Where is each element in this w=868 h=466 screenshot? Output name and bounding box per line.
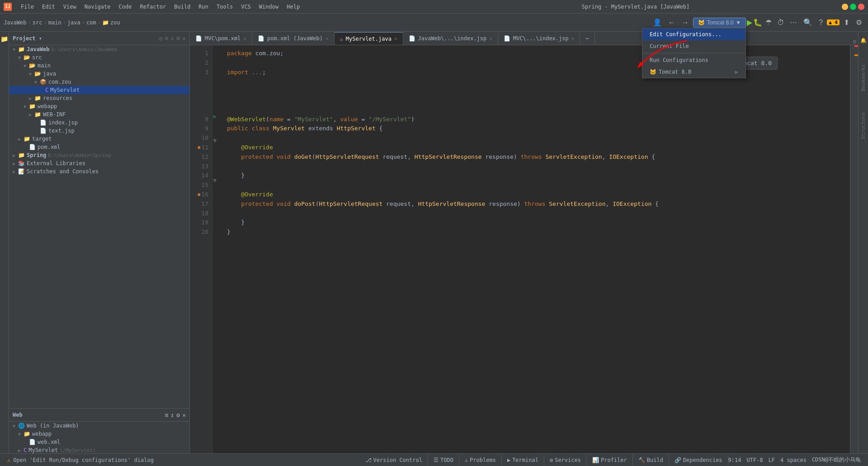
menu-view[interactable]: View — [60, 3, 80, 11]
bookmarks-sidebar-icon[interactable]: Bookmarks — [859, 61, 867, 95]
menu-refactor[interactable]: Refactor — [136, 3, 170, 11]
profile-button[interactable]: 👤 — [651, 17, 664, 28]
code-editor[interactable]: package com.zou; import ...; @WebServlet… — [222, 45, 850, 454]
run-config-selector[interactable]: 🐱 Tomcat 8.0 ▼ — [693, 18, 746, 28]
dropdown-item-tomcat[interactable]: 🐱 Tomcat 8.0 ▶ — [642, 66, 745, 78]
tree-label: index.jsp — [48, 119, 78, 126]
tab-close-icon4[interactable]: ✕ — [489, 36, 492, 42]
menu-window[interactable]: Window — [255, 3, 282, 11]
help-button[interactable]: ? — [816, 17, 825, 28]
tab-more[interactable]: ⋯ — [580, 32, 594, 45]
bottom-tab-todo[interactable]: ☰ TODO — [428, 454, 459, 466]
tab-pom-javaweb[interactable]: 📄 pom.xml (JavaWeb) ✕ — [252, 32, 334, 45]
breadcrumb-project[interactable]: JavaWeb — [4, 19, 27, 26]
breadcrumb-java[interactable]: java — [67, 19, 80, 26]
run-button[interactable]: ▶ — [747, 18, 752, 27]
forward-button[interactable]: → — [679, 17, 691, 28]
tab-close-icon2[interactable]: ✕ — [326, 36, 329, 42]
tree-item-src[interactable]: ▼ 📂 src — [9, 53, 189, 62]
tree-item-text-jsp[interactable]: 📄 text.jsp — [9, 127, 189, 135]
bottom-tab-terminal[interactable]: ▶ Terminal — [502, 454, 544, 466]
tree-item-webinf[interactable]: ▶ 📁 WEB-INF — [9, 110, 189, 119]
web-tree-sort-icon[interactable]: ↕ — [171, 412, 175, 418]
menu-file[interactable]: File — [17, 3, 38, 11]
tree-item-resources[interactable]: ▶ 📁 resources — [9, 94, 189, 102]
dropdown-item-edit-configs[interactable]: Edit Configurations... — [642, 29, 745, 40]
bottom-tab-profiler[interactable]: 📊 Profiler — [587, 454, 633, 466]
coverage-button[interactable]: ☂ — [763, 17, 774, 28]
more-run-button[interactable]: ⋯ — [788, 17, 799, 28]
menu-code[interactable]: Code — [115, 3, 136, 11]
tree-item-java[interactable]: ▼ 📂 java — [9, 70, 189, 78]
tree-item-scratches[interactable]: ▶ 📝 Scratches and Consoles — [9, 167, 189, 176]
menu-vcs[interactable]: VCS — [237, 3, 255, 11]
tree-locate-icon[interactable]: ◎ — [159, 35, 163, 42]
debug-button[interactable]: 🐛 — [753, 18, 762, 27]
dropdown-item-run-configs[interactable]: Run Configurations — [642, 54, 745, 66]
expand-button[interactable]: ⬆ — [841, 17, 852, 28]
problems-icon: ⚠ — [465, 457, 468, 463]
tree-item-index-jsp[interactable]: 📄 index.jsp — [9, 119, 189, 127]
notifications-icon[interactable]: 🔔 — [859, 34, 868, 47]
tree-label: target — [32, 136, 52, 142]
tree-settings-icon[interactable]: ⚙ — [176, 35, 180, 42]
breadcrumb-com[interactable]: com — [86, 19, 96, 26]
breadcrumb-main[interactable]: main — [48, 19, 61, 26]
tree-title: Project ▾ — [13, 35, 159, 42]
tree-item-main[interactable]: ▼ 📂 main — [9, 62, 189, 70]
tab-close-icon[interactable]: ✕ — [243, 36, 246, 42]
tree-item-myservlet[interactable]: C MyServlet — [9, 86, 189, 94]
editor-settings-icon[interactable]: ⚙ — [853, 38, 856, 45]
tree-path: D:\Users\Admin\JavaWeb — [52, 47, 118, 52]
menu-build[interactable]: Build — [170, 3, 194, 11]
profile-run-button[interactable]: ⏱ — [775, 17, 787, 28]
todo-icon: ☰ — [434, 457, 439, 463]
menu-help[interactable]: Help — [283, 3, 303, 11]
bottom-tab-dependencies[interactable]: 🔗 Dependencies — [669, 454, 728, 466]
tree-item-spring[interactable]: ▶ 📁 Spring D:\Users\Admin\Spring — [9, 151, 189, 159]
menu-tools[interactable]: Tools — [213, 3, 236, 11]
tree-collapse-icon[interactable]: ≡ — [165, 35, 169, 42]
web-tree-item-webxml[interactable]: 📄 web.xml — [9, 438, 189, 446]
tab-close-icon3[interactable]: ✕ — [394, 36, 397, 42]
tree-sort-icon[interactable]: ↕ — [171, 35, 175, 42]
xml-tab-icon: 📄 — [195, 35, 202, 42]
tab-myservlet[interactable]: ☕ MyServlet.java ✕ — [335, 32, 403, 45]
tree-item-target[interactable]: ▶ 📁 target — [9, 135, 189, 143]
breadcrumb-zou[interactable]: zou — [110, 19, 120, 26]
menu-run[interactable]: Run — [195, 3, 212, 11]
tree-item-com-zou[interactable]: ▼ 📦 com.zou — [9, 78, 189, 86]
bottom-tab-problems[interactable]: ⚠ Problems — [459, 454, 502, 466]
back-button[interactable]: ← — [666, 17, 678, 28]
tab-mvc-pom[interactable]: 📄 MVC\pom.xml ✕ — [190, 32, 252, 45]
settings-toolbar-button[interactable]: ⚙ — [854, 17, 864, 28]
tree-item-webapp[interactable]: ▼ 📁 webapp — [9, 102, 189, 110]
web-tree-close-icon[interactable]: ✕ — [182, 412, 186, 418]
tree-item-javaweb[interactable]: ▼ 📁 JavaWeb D:\Users\Admin\JavaWeb — [9, 45, 189, 53]
structure-sidebar-icon[interactable]: Structure — [859, 109, 867, 143]
tab-index-jsp[interactable]: 📄 JavaWeb\...\index.jsp ✕ — [403, 32, 498, 45]
menu-navigate[interactable]: Navigate — [81, 3, 114, 11]
maximize-button[interactable] — [850, 4, 856, 10]
tree-label: java — [43, 71, 56, 77]
tree-item-pom-xml[interactable]: 📄 pom.xml — [9, 143, 189, 151]
bottom-tab-version-control[interactable]: ⎇ Version Control — [360, 454, 428, 466]
bottom-tab-build[interactable]: 🔨 Build — [633, 454, 669, 466]
dropdown-item-current-file[interactable]: Current File — [642, 40, 745, 52]
tab-close-icon5[interactable]: ✕ — [571, 36, 575, 42]
web-tree-item-root[interactable]: ▼ 🌐 Web (in JavaWeb) — [9, 422, 189, 430]
tree-close-icon[interactable]: ✕ — [182, 35, 186, 42]
web-tree-collapse-icon[interactable]: ≡ — [165, 412, 169, 418]
tab-mvc-index[interactable]: 📄 MVC\...\index.jsp ✕ — [498, 32, 580, 45]
minimize-button[interactable] — [842, 4, 848, 10]
profiler-icon: 📊 — [592, 457, 599, 463]
web-tree-settings-icon[interactable]: ⚙ — [176, 412, 180, 418]
close-button[interactable] — [858, 4, 864, 10]
web-tree-item-webapp[interactable]: ▼ 📁 webapp — [9, 430, 189, 438]
bottom-tab-services[interactable]: ⚙ Services — [544, 454, 587, 466]
project-sidebar-icon[interactable]: 📁 — [0, 35, 8, 43]
breadcrumb-src[interactable]: src — [33, 19, 42, 26]
search-button[interactable]: 🔍 — [801, 17, 815, 28]
tree-item-external-libs[interactable]: ▶ 📚 External Libraries — [9, 159, 189, 167]
menu-edit[interactable]: Edit — [38, 3, 59, 11]
